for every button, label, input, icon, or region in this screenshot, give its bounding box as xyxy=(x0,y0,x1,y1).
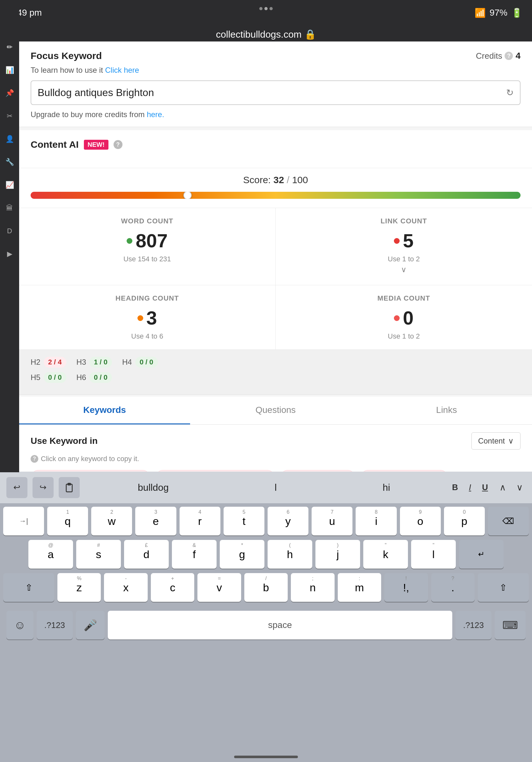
bold-button[interactable]: B xyxy=(448,480,462,495)
h3-badge[interactable]: 1 / 0 xyxy=(89,357,112,368)
heading-count-label: HEADING COUNT xyxy=(31,294,264,302)
keywords-tabs: Keywords Questions Links xyxy=(19,397,532,425)
tab-keywords[interactable]: Keywords xyxy=(19,397,190,424)
dropdown-chevron-icon: ∨ xyxy=(508,436,514,445)
credits-label: Credits xyxy=(476,51,502,61)
sidebar-icon-pin[interactable]: 📌 xyxy=(4,87,15,99)
numbers-button-right[interactable]: .?123 xyxy=(455,611,492,640)
keyword-input[interactable]: Bulldog antiques Brighton xyxy=(37,87,506,99)
h5-badge[interactable]: 0 / 0 xyxy=(44,372,66,383)
underline-button[interactable]: U xyxy=(478,480,492,495)
tab-questions[interactable]: Questions xyxy=(190,397,361,424)
key-c[interactable]: +c xyxy=(151,573,194,602)
key-b[interactable]: /b xyxy=(244,573,288,602)
heading-count-dot xyxy=(137,315,143,321)
key-p[interactable]: 0p xyxy=(444,507,485,535)
click-hint: ? Click on any keyword to copy it. xyxy=(31,455,520,463)
key-f[interactable]: &f xyxy=(172,540,217,569)
sidebar-icon-edit[interactable]: ✏ xyxy=(4,41,15,53)
keyboard-hide-button[interactable]: ⌨ xyxy=(495,611,526,640)
toolbar-word-3: hi xyxy=(383,482,390,493)
chevron-down-icon[interactable]: ∨ xyxy=(287,263,520,276)
key-n[interactable]: ;n xyxy=(291,573,334,602)
key-shift-left[interactable]: ⇧ xyxy=(3,573,54,602)
sidebar-icon-d[interactable]: D xyxy=(4,225,15,237)
key-j[interactable]: )j xyxy=(315,540,360,569)
refresh-icon[interactable]: ↻ xyxy=(506,87,513,98)
key-y[interactable]: 6y xyxy=(268,507,308,535)
key-o[interactable]: 9o xyxy=(400,507,441,535)
key-period[interactable]: ?. xyxy=(431,573,475,602)
sidebar-icon-cut[interactable]: ✂ xyxy=(4,111,15,122)
key-v[interactable]: =v xyxy=(197,573,241,602)
use-keyword-title: Use Keyword in xyxy=(31,436,98,446)
tab-links[interactable]: Links xyxy=(361,397,532,424)
key-z[interactable]: %z xyxy=(57,573,101,602)
key-enter[interactable]: ↵ xyxy=(459,540,503,569)
score-section: Score: 32 / 100 xyxy=(19,168,532,208)
link-count-dot xyxy=(394,238,400,244)
h4-badge[interactable]: 0 / 0 xyxy=(135,357,158,368)
focus-keyword-section: Focus Keyword Credits ? 4 To learn how t… xyxy=(19,41,532,127)
spacebar[interactable]: space xyxy=(108,611,452,640)
sidebar-icon-play[interactable]: ▶ xyxy=(4,248,15,260)
sidebar-icon-growth[interactable]: 📈 xyxy=(4,179,15,191)
key-s[interactable]: #s xyxy=(76,540,121,569)
key-u[interactable]: 7u xyxy=(312,507,353,535)
h4-tag: H4 0 / 0 xyxy=(122,357,158,368)
key-i[interactable]: 8i xyxy=(356,507,396,535)
arrow-up-button[interactable]: ∧ xyxy=(497,480,509,495)
emoji-button[interactable]: ☺ xyxy=(6,611,33,640)
key-k[interactable]: "k xyxy=(363,540,408,569)
key-e[interactable]: 3e xyxy=(135,507,176,535)
url-text: collectibulldogs.com 🔒 xyxy=(216,29,316,39)
stats-grid: WORD COUNT 807 Use 154 to 231 LINK COUNT… xyxy=(19,208,532,350)
keyboard-toolbar: ↩ ↪ bulldog l hi B I U ∧ ∨ xyxy=(0,472,532,503)
key-backspace[interactable]: ⌫ xyxy=(488,507,529,535)
link-count-label: LINK COUNT xyxy=(287,217,520,225)
key-comma[interactable]: !!, xyxy=(384,573,428,602)
link-count-hint: Use 1 to 2 xyxy=(287,255,520,263)
word-count-cell: WORD COUNT 807 Use 154 to 231 xyxy=(19,208,276,285)
key-a[interactable]: @a xyxy=(29,540,73,569)
numbers-button-left[interactable]: .?123 xyxy=(37,611,73,640)
click-here-link[interactable]: Click here xyxy=(105,66,139,74)
content-dropdown[interactable]: Content ∨ xyxy=(471,432,520,450)
key-g[interactable]: *g xyxy=(220,540,264,569)
key-d[interactable]: £d xyxy=(124,540,169,569)
sidebar-icon-tools[interactable]: 🔧 xyxy=(4,156,15,168)
arrow-down-button[interactable]: ∨ xyxy=(514,480,526,495)
score-value: 32 xyxy=(273,175,284,185)
key-l[interactable]: "l xyxy=(411,540,456,569)
media-count-dot xyxy=(394,315,400,321)
h6-badge[interactable]: 0 / 0 xyxy=(89,372,112,383)
key-tab[interactable]: →| xyxy=(3,507,44,535)
key-q[interactable]: 1q xyxy=(47,507,88,535)
keywords-body: Use Keyword in Content ∨ ? Click on any … xyxy=(19,425,532,472)
clipboard-button[interactable] xyxy=(59,477,80,498)
undo-button[interactable]: ↩ xyxy=(6,477,28,498)
key-r[interactable]: 4r xyxy=(179,507,220,535)
sidebar-icon-bank[interactable]: 🏛 xyxy=(4,202,15,214)
credits-area: Credits ? 4 xyxy=(476,51,520,61)
focus-keyword-title: Focus Keyword xyxy=(31,50,102,61)
heading-tags-row-2: H5 0 / 0 H6 0 / 0 xyxy=(31,372,520,383)
key-m[interactable]: :m xyxy=(338,573,381,602)
italic-button[interactable]: I xyxy=(465,480,475,495)
key-t[interactable]: 5t xyxy=(224,507,264,535)
credits-help-icon: ? xyxy=(504,52,513,60)
key-shift-right[interactable]: ⇧ xyxy=(478,573,529,602)
upgrade-link[interactable]: here. xyxy=(147,110,164,119)
toolbar-word-2: l xyxy=(275,482,277,493)
content-ai-help-icon[interactable]: ? xyxy=(113,140,122,149)
key-w[interactable]: 2w xyxy=(91,507,132,535)
word-count-hint: Use 154 to 231 xyxy=(31,255,264,263)
key-h[interactable]: (h xyxy=(268,540,312,569)
sidebar-icon-chart[interactable]: 📊 xyxy=(4,64,15,76)
key-x[interactable]: -x xyxy=(104,573,147,602)
h2-badge[interactable]: 2 / 4 xyxy=(44,357,66,368)
redo-button[interactable]: ↪ xyxy=(33,477,54,498)
mic-button[interactable]: 🎤 xyxy=(76,611,104,640)
keyword-input-wrapper[interactable]: Bulldog antiques Brighton ↻ xyxy=(31,80,520,105)
sidebar-icon-user[interactable]: 👤 xyxy=(4,133,15,145)
